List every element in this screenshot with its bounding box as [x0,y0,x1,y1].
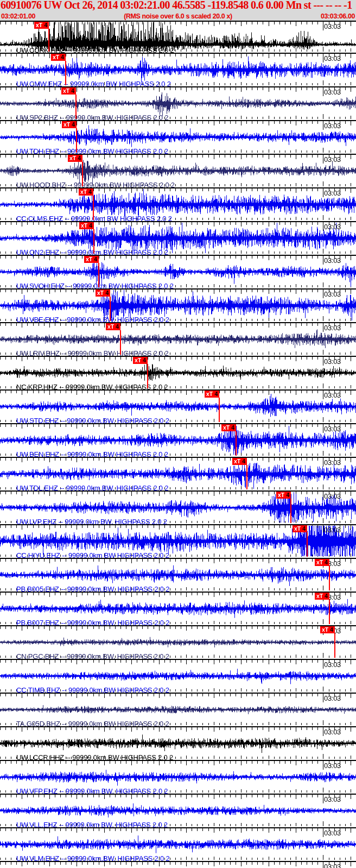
event-header: 60910076 UW Oct 26, 2014 03:02:21.00 46.… [0,0,356,21]
pick-flag[interactable]: xT 4 [79,188,93,196]
pick-time-line [147,364,148,388]
minute-time-label: 03:03 [324,661,341,669]
pick-flag-number: 4 [242,458,245,464]
trace-row-uw-sp2-bhz[interactable]: 03:03 UW.SP2.BHZ -- 99999.0km,BW. HIGHPA… [0,86,356,120]
station-channel-label: UW.VLL.EHZ -- 99999.0km BW. HIGHPASS 2.0… [16,821,168,829]
trace-row-uw-vlm-ehz[interactable]: 03:03 UW.VLM.EHZ -- 99999.0km,BW. HIGHPA… [0,827,356,861]
pick-flag-number: 4 [72,121,75,128]
station-channel-label: UW.TDH.EHZ -- 99999.0km,BW HIGHPASS 2.0 … [16,147,168,155]
pick-flag[interactable]: xT 4 [315,593,329,600]
pick-flag[interactable]: xT 4 [106,323,120,330]
minute-time-label: 03:03 [324,829,341,837]
trace-row-uw-vfp-ehz[interactable]: 03:03 UW.VFP.EHZ -- 99999.0km BW. HIGHPA… [0,760,356,794]
pick-time-line [120,330,121,355]
trace-row-uw-cmw-ehz[interactable]: 03:03 UW.CMW.EHZ -- 99999.0km BW HIGHPAS… [0,53,356,86]
trace-row-uw-hood-bhz[interactable]: 03:03 UW.HOOD.BHZ -- 99999.0km,BW HIGHPA… [0,154,356,187]
time-window-bar: 03:02:01.00 (RMS noise over 6.0 s scaled… [1,12,355,20]
trace-row-uw-ben-ehz[interactable]: 03:03 UW.BEN.EHZ -- 99999.0km,BW HIGHPAS… [0,423,356,457]
trace-row-pb-b007-ehz[interactable]: 03:03 PB.B007.EHZ -- 99999.0km,BW. HIGHP… [0,592,356,625]
trace-row-uw-svoh-ehz[interactable]: 03:03 UW.SVOH.EHZ -- 99999.0km BW HIGHPA… [0,255,356,288]
trace-row-uw-tdh-ehz[interactable]: 03:03 UW.TDH.EHZ -- 99999.0km,BW HIGHPAS… [0,120,356,154]
minute-time-label: 03:03 [324,223,341,231]
pick-flag[interactable]: xT 4 [62,121,77,128]
pick-flag-label: xT [206,391,213,397]
trace-row-uw-lccr-hhz[interactable]: 03:03 UW.LCCR.HHZ -- 99999.0km,BW HIGHPA… [0,726,356,760]
pick-flag[interactable]: xT 4 [205,391,219,398]
pick-flag[interactable]: xT 4 [34,22,49,29]
minute-time-label: 03:03 [324,54,341,62]
window-start-time: 03:02:01.00 [1,12,35,20]
pick-flag-number: 4 [105,290,109,296]
pick-time-line [334,633,335,658]
pick-flag-label: xT [234,458,240,464]
pick-time-line [246,465,247,489]
minute-time-label: 03:03 [324,155,341,163]
pick-flag[interactable]: xT 4 [79,222,94,229]
pick-flag[interactable]: xT 4 [68,155,82,162]
pick-flag[interactable]: xT 4 [84,256,99,263]
pick-flag[interactable]: xT 4 [61,87,76,95]
pick-time-line [98,263,99,287]
pick-flag-number: 4 [302,525,306,532]
trace-row-cc-hiyu-ehz[interactable]: 03:03 CC.HIYU.EHZ -- 99999.0km BW HIGHPA… [0,524,356,558]
minute-time-label: 03:03 [324,492,341,500]
pick-flag-label: xT [322,626,328,633]
pick-flag[interactable]: xT 4 [133,357,148,364]
station-channel-label: CN.PGC.BHZ -- 99999.0km,BW. HIGHPASS 2.0… [16,652,169,661]
trace-row-cc-timb-ehz[interactable]: 03:03 CC.TIMB.EHZ -- 99999.0km,BW HIGHPA… [0,659,356,693]
trace-row-uw-ccrk-hhz[interactable]: 03:03 UW.CCRK.HHZ -- 99999.0km,BW HIGHPA… [0,21,356,53]
pick-flag-number: 4 [88,188,92,195]
trace-row-nc-krp-hhz[interactable]: 03:03 NC.KRP.HHZ -- 99999.0km,BW. HIGHPA… [0,356,356,389]
pick-flag[interactable]: xT 4 [315,559,329,566]
trace-row-uw-lvp-ehz[interactable]: 03:03 UW.LVP.EHZ -- 99999.0km BW. HIGHPA… [0,490,356,524]
station-channel-label: UW.TDL.EHZ -- 99999.0km,BW. HIGHPASS 2.0… [16,484,168,492]
pick-flag-label: xT [69,155,76,161]
station-channel-label: UW.VLM.EHZ -- 99999.0km,BW. HIGHPASS 2.0… [16,854,170,863]
pick-time-line [82,162,83,186]
station-channel-label: UW.STD.EHZ -- 99999.0km,BW. HIGHPASS 2.0… [16,417,169,425]
pick-flag-label: xT [63,87,69,94]
pick-flag-label: xT [63,121,70,128]
pick-time-line [93,196,94,220]
pick-flag-label: xT [135,357,141,363]
pick-flag[interactable]: xT 4 [221,424,236,431]
station-channel-label: CC.TIMB.EHZ -- 99999.0km,BW HIGHPASS 2.0… [16,686,169,694]
trace-row-uw-vbe-ehz[interactable]: 03:03 UW.VBE.EHZ -- 99999.0km,BW. HIGHPA… [0,288,356,322]
pick-flag-label: xT [316,593,323,599]
pick-flag-number: 4 [61,54,64,60]
seismic-picker-window: 60910076 UW Oct 26, 2014 03:02:21.00 46.… [0,0,356,868]
pick-flag[interactable]: xT 4 [232,458,247,465]
pick-flag[interactable]: xT 4 [51,54,66,61]
pick-time-line [307,532,308,557]
station-channel-label: NC.KRP.HHZ -- 99999.0km,BW. HIGHPASS 2.0… [16,383,168,391]
station-channel-label: UW.VBE.EHZ -- 99999.0km,BW. HIGHPASS 2.0… [16,316,169,324]
trace-row-uw-qn2-ehz[interactable]: 03:03 UW.QN2.EHZ -- 99999.0km,BW HIGHPAS… [0,221,356,255]
trace-row-uw-std-ehz[interactable]: 03:03 UW.STD.EHZ -- 99999.0km,BW. HIGHPA… [0,389,356,423]
minute-time-label: 03:03 [324,694,341,702]
pick-flag-number: 4 [330,626,333,633]
pick-flag[interactable]: xT 4 [276,492,291,499]
minute-time-label: 03:03 [324,88,341,96]
seismogram-waveform[interactable] [0,862,356,868]
trace-row-cc-clms-ehz[interactable]: 03:03 CC.CLMS.EHZ -- 99999.0km BW HIGHPA… [0,187,356,221]
pick-flag-number: 4 [94,256,97,262]
pick-flag-number: 4 [325,559,328,565]
pick-time-line [75,95,77,119]
pick-flag-number: 4 [116,323,119,330]
trace-row-uw-tdl-ehz[interactable]: 03:03 UW.TDL.EHZ -- 99999.0km,BW. HIGHPA… [0,457,356,490]
trace-row-pb-b005-ehz[interactable]: 03:03 PB.B005.EHZ -- 99999.0km,BW. HIGHP… [0,558,356,592]
pick-flag[interactable]: xT 4 [293,525,307,532]
trace-row-uw-vll-ehz[interactable]: 03:03 UW.VLL.EHZ -- 99999.0km BW. HIGHPA… [0,794,356,827]
pick-flag[interactable]: xT 4 [320,626,335,633]
station-channel-label: CC.HIYU.EHZ -- 99999.0km BW HIGHPASS 2.0… [16,551,169,559]
minute-time-label: 03:03 [324,795,341,803]
trace-row-ta-g05d-bhz[interactable]: 03:03 TA.G05D.BHZ -- 99999.0km BW HIGHPA… [0,693,356,726]
pick-time-line [93,229,94,254]
station-channel-label: PB.B005.EHZ -- 99999.0km,BW. HIGHPASS 2.… [16,585,169,593]
pick-flag[interactable]: xT 4 [96,290,110,297]
pick-flag-label: xT [294,525,301,532]
trace-row-cn-pgc-bhz[interactable]: 03:03 CN.PGC.BHZ -- 99999.0km,BW. HIGHPA… [0,625,356,659]
station-channel-label: UW.LCCR.HHZ -- 99999.0km,BW HIGHPASS 2.0… [16,753,173,762]
trace-row-uw-lriv-bhz[interactable]: 03:03 UW.LRIV.BHZ -- 99999.0km BW HIGHPA… [0,322,356,356]
station-channel-label: UW.LRIV.BHZ -- 99999.0km BW HIGHPASS 2.0… [16,349,169,357]
